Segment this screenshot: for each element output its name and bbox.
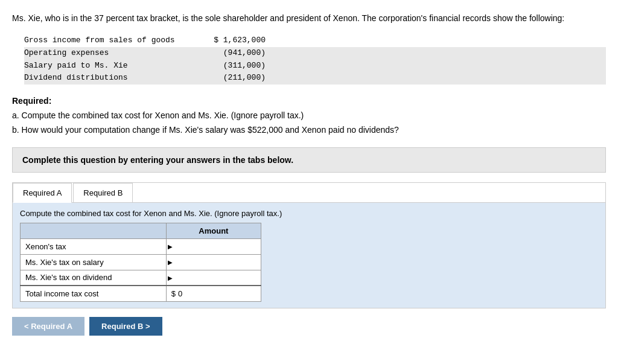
required-heading: Required: bbox=[12, 96, 51, 106]
col-header-label bbox=[21, 223, 167, 238]
financial-label-1: Gross income from sales of goods bbox=[24, 34, 181, 47]
tab-required-a[interactable]: Required A bbox=[13, 183, 72, 203]
dollar-sign: $ bbox=[171, 289, 176, 298]
xie-salary-arrow: ▶ bbox=[168, 259, 173, 266]
tab-required-a-label: Required A bbox=[23, 188, 62, 197]
answer-table: Amount Xenon's tax ▶ Ms. Xie's tax on sa… bbox=[20, 223, 261, 302]
tab-required-b[interactable]: Required B bbox=[73, 183, 133, 202]
table-row-xenon-tax: Xenon's tax ▶ bbox=[21, 238, 261, 254]
next-button[interactable]: Required B > bbox=[89, 317, 162, 336]
prev-button-label: < Required A bbox=[24, 322, 72, 331]
financial-label-3: Salary paid to Ms. Xie bbox=[24, 60, 181, 72]
xenon-tax-label: Xenon's tax bbox=[21, 238, 167, 254]
xie-dividend-arrow: ▶ bbox=[168, 274, 173, 281]
xie-salary-input-cell[interactable]: ▶ bbox=[166, 254, 261, 270]
table-row-xie-dividend-tax: Ms. Xie's tax on dividend ▶ bbox=[21, 270, 261, 286]
table-row-xie-salary-tax: Ms. Xie's tax on salary ▶ bbox=[21, 254, 261, 270]
financial-row-1: Gross income from sales of goods $ 1,623… bbox=[24, 34, 606, 47]
xenon-tax-input[interactable] bbox=[171, 242, 256, 251]
col-header-amount: Amount bbox=[166, 223, 261, 238]
financial-value-3: (311,000) bbox=[193, 60, 266, 72]
required-part-a: a. Compute the combined tax cost for Xen… bbox=[12, 109, 606, 123]
xie-salary-label: Ms. Xie's tax on salary bbox=[21, 254, 167, 270]
next-button-label: Required B > bbox=[101, 322, 150, 331]
financial-row-4: Dividend distributions (211,000) bbox=[24, 72, 606, 85]
xie-salary-input[interactable] bbox=[171, 258, 256, 267]
intro-text: Ms. Xie, who is in the 37 percent tax br… bbox=[12, 12, 606, 25]
required-section: Required: a. Compute the combined tax co… bbox=[12, 94, 606, 137]
financial-label-2: Operating expenses bbox=[24, 47, 181, 60]
prev-button[interactable]: < Required A bbox=[12, 317, 84, 336]
tab-a-content: Compute the combined tax cost for Xenon … bbox=[13, 203, 605, 308]
complete-instructions-box: Complete this question by entering your … bbox=[12, 147, 606, 173]
required-part-b: b. How would your computation change if … bbox=[12, 123, 606, 138]
tab-required-b-label: Required B bbox=[83, 188, 123, 197]
xie-dividend-input-cell[interactable]: ▶ bbox=[166, 270, 261, 286]
xenon-tax-arrow: ▶ bbox=[168, 243, 173, 250]
complete-instructions-text: Complete this question by entering your … bbox=[22, 155, 293, 165]
xenon-tax-input-cell[interactable]: ▶ bbox=[166, 238, 261, 254]
xie-dividend-label: Ms. Xie's tax on dividend bbox=[21, 270, 167, 286]
tabs-container: Required A Required B Compute the combin… bbox=[12, 182, 606, 308]
tabs-header: Required A Required B bbox=[13, 183, 605, 203]
total-label: Total income tax cost bbox=[21, 286, 167, 301]
financial-label-4: Dividend distributions bbox=[24, 72, 181, 85]
xie-dividend-input[interactable] bbox=[171, 273, 256, 282]
answer-table-wrapper: Amount Xenon's tax ▶ Ms. Xie's tax on sa… bbox=[20, 223, 598, 302]
nav-buttons: < Required A Required B > bbox=[12, 317, 606, 336]
tab-a-description: Compute the combined tax cost for Xenon … bbox=[20, 209, 598, 218]
financial-table: Gross income from sales of goods $ 1,623… bbox=[24, 34, 606, 85]
financial-row-2: Operating expenses (941,000) bbox=[24, 47, 606, 60]
financial-value-2: (941,000) bbox=[193, 47, 266, 60]
financial-row-3: Salary paid to Ms. Xie (311,000) bbox=[24, 60, 606, 72]
total-value: 0 bbox=[178, 289, 182, 298]
total-value-cell: $ 0 bbox=[166, 286, 261, 301]
financial-value-1: $ 1,623,000 bbox=[193, 34, 266, 47]
financial-value-4: (211,000) bbox=[193, 72, 266, 85]
table-row-total: Total income tax cost $ 0 bbox=[21, 286, 261, 301]
